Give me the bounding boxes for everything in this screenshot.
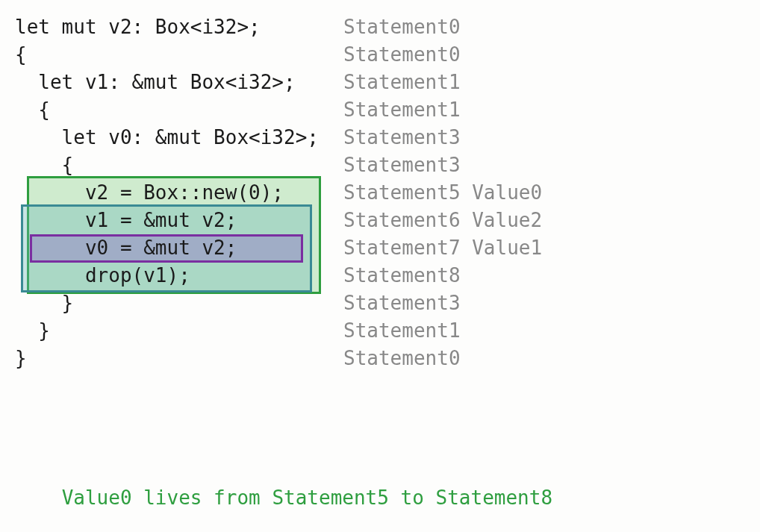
legend: Value0 lives from Statement5 to Statemen… [15,401,552,532]
code-line: let mut v2: Box<i32>; Statement0 [15,13,760,41]
code-text: } [15,317,50,345]
code-line: { Statement3 [15,151,760,179]
code-line: drop(v1); Statement8 [15,262,760,290]
annotation-text: Statement1 [343,96,461,124]
code-text: let v0: &mut Box<i32>; [15,124,319,151]
code-text: v1 = &mut v2; [15,207,237,234]
code-text: drop(v1); [15,262,190,290]
code-line: v2 = Box::new(0); Statement5 Value0 [15,179,760,207]
code-text: v0 = &mut v2; [15,234,237,262]
code-text: let v1: &mut Box<i32>; [15,69,296,96]
annotation-text: Statement6 Value2 [343,207,542,234]
code-line: { Statement0 [15,41,760,69]
annotation-text: Statement0 [343,345,461,372]
annotation-text: Statement3 [343,124,461,151]
code-text: } [15,345,27,372]
annotation-text: Statement1 [343,317,461,345]
code-stage: let mut v2: Box<i32>; Statement0 { State… [0,0,760,372]
code-text: let mut v2: Box<i32>; [15,13,261,41]
code-text: { [15,151,73,179]
code-line: v1 = &mut v2; Statement6 Value2 [15,207,760,234]
code-line: { Statement1 [15,96,760,124]
code-line: let v1: &mut Box<i32>; Statement1 [15,69,760,96]
annotation-text: Statement7 Value1 [343,234,542,262]
code-line: } Statement0 [15,345,760,372]
annotation-text: Statement1 [343,69,461,96]
legend-row-value0: Value0 lives from Statement5 to Statemen… [15,457,552,484]
annotation-text: Statement3 [343,290,461,317]
code-line: v0 = &mut v2; Statement7 Value1 [15,234,760,262]
code-text: { [15,41,27,69]
annotation-text: Statement0 [343,13,461,41]
legend-text: Value0 lives from Statement5 to Statemen… [62,486,552,509]
annotation-text: Statement3 [343,151,461,179]
code-line: let v0: &mut Box<i32>; Statement3 [15,124,760,151]
code-line: } Statement1 [15,317,760,345]
annotation-text: Statement5 Value0 [343,179,542,207]
annotation-text: Statement0 [343,41,461,69]
code-text: } [15,290,73,317]
annotation-text: Statement8 [343,262,461,290]
code-text: v2 = Box::new(0); [15,179,284,207]
code-text: { [15,96,50,124]
